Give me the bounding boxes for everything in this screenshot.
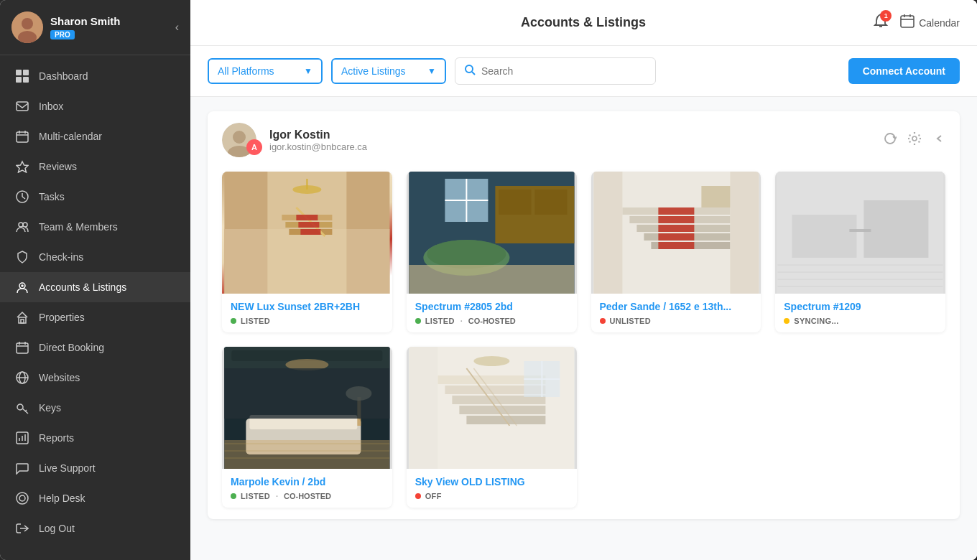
- account-email: igor.kostin@bnbcare.ca: [269, 141, 884, 152]
- svg-rect-3: [16, 70, 22, 75]
- listing-title: Sky View OLD LISTING: [415, 476, 568, 487]
- svg-rect-121: [409, 347, 437, 469]
- svg-rect-21: [21, 319, 24, 323]
- svg-point-47: [233, 131, 246, 144]
- logout-icon: [14, 521, 30, 536]
- sidebar-item-reviews[interactable]: Reviews: [0, 151, 190, 182]
- status-text: LISTED: [241, 492, 270, 500]
- live-support-icon: [14, 460, 30, 476]
- svg-point-16: [19, 223, 23, 227]
- collapse-account-button[interactable]: [932, 132, 945, 149]
- help-icon: [14, 490, 30, 506]
- sidebar-item-keys[interactable]: Keys: [0, 393, 190, 423]
- nav-items: Dashboard Inbox Multi-calendar: [0, 55, 190, 560]
- sidebar-item-websites[interactable]: Websites: [0, 363, 190, 393]
- status-text: UNLISTED: [610, 317, 651, 325]
- svg-point-17: [23, 223, 27, 227]
- listing-card[interactable]: Marpole Kevin / 2bd LISTED · CO-HOSTED: [222, 347, 392, 508]
- listing-status: LISTED · CO-HOSTED: [231, 492, 384, 500]
- listing-image: [591, 172, 761, 294]
- co-hosted-badge: CO-HOSTED: [284, 492, 331, 500]
- svg-rect-8: [17, 132, 28, 142]
- svg-point-68: [427, 240, 506, 269]
- status-text: LISTED: [425, 317, 455, 325]
- listing-card[interactable]: NEW Lux Sunset 2BR+2BH LISTED: [222, 172, 392, 332]
- sidebar-item-label: Keys: [39, 402, 61, 414]
- co-hosted-badge: CO-HOSTED: [468, 317, 516, 325]
- connect-account-button[interactable]: Connect Account: [848, 58, 960, 84]
- svg-rect-84: [658, 242, 694, 249]
- status-text: SYNCING...: [794, 317, 838, 325]
- svg-rect-5: [16, 77, 22, 83]
- sidebar-item-dashboard[interactable]: Dashboard: [0, 61, 190, 91]
- account-actions: [884, 132, 945, 149]
- sidebar-item-label: Check-ins: [39, 251, 83, 263]
- listing-image: [407, 347, 577, 469]
- svg-rect-4: [23, 70, 29, 75]
- sidebar-item-check-ins[interactable]: Check-ins: [0, 242, 190, 272]
- reports-icon: [14, 430, 30, 446]
- svg-rect-90: [792, 215, 857, 258]
- svg-rect-58: [298, 222, 319, 228]
- calendar-label: Calendar: [919, 17, 960, 29]
- account-name: Igor Kostin: [269, 129, 884, 141]
- svg-line-45: [472, 72, 475, 75]
- settings-button[interactable]: [908, 132, 921, 149]
- svg-point-120: [473, 356, 509, 366]
- sidebar-item-label: Help Desk: [39, 493, 85, 504]
- listing-status-filter[interactable]: Active Listings ▼: [331, 58, 446, 84]
- svg-point-49: [912, 136, 917, 141]
- listing-title: Spectrum #1209: [784, 301, 937, 312]
- sidebar-item-label: Reviews: [39, 161, 77, 172]
- svg-rect-72: [409, 265, 574, 294]
- search-icon: [464, 64, 476, 78]
- airbnb-badge: A: [246, 139, 262, 155]
- sidebar-item-multi-calendar[interactable]: Multi-calendar: [0, 121, 190, 151]
- sidebar-item-label: Properties: [39, 312, 85, 323]
- listing-card[interactable]: Sky View OLD LISTING OFF: [407, 347, 577, 508]
- sidebar-item-direct-booking[interactable]: Direct Booking: [0, 332, 190, 363]
- sidebar-item-inbox[interactable]: Inbox: [0, 91, 190, 121]
- sidebar-item-log-out[interactable]: Log Out: [0, 513, 190, 543]
- svg-rect-22: [17, 343, 28, 353]
- sidebar-item-live-support[interactable]: Live Support: [0, 453, 190, 483]
- listing-card[interactable]: Spectrum #2805 2bd LISTED · CO-HOSTED: [407, 172, 577, 332]
- sidebar-item-reports[interactable]: Reports: [0, 423, 190, 453]
- sidebar-collapse-icon[interactable]: ‹: [175, 21, 179, 34]
- team-icon: [14, 219, 30, 235]
- user-profile[interactable]: Sharon Smith PRO ‹: [0, 0, 190, 55]
- tasks-icon: [14, 189, 30, 205]
- platform-filter[interactable]: All Platforms ▼: [208, 58, 323, 84]
- svg-rect-65: [499, 190, 531, 215]
- listing-title: NEW Lux Sunset 2BR+2BH: [231, 301, 384, 312]
- sidebar-item-tasks[interactable]: Tasks: [0, 182, 190, 212]
- svg-rect-40: [901, 16, 914, 27]
- sidebar-item-properties[interactable]: Properties: [0, 302, 190, 332]
- svg-line-31: [25, 410, 27, 411]
- listing-card[interactable]: Peder Sande / 1652 e 13th... UNLISTED: [591, 172, 761, 332]
- sidebar-item-team-members[interactable]: Team & Members: [0, 212, 190, 242]
- calendar-icon: [14, 129, 30, 144]
- svg-rect-87: [701, 186, 730, 207]
- listing-status: LISTED · CO-HOSTED: [415, 317, 568, 325]
- notifications-button[interactable]: 1: [873, 13, 889, 33]
- sidebar-item-help-desk[interactable]: Help Desk: [0, 483, 190, 513]
- sidebar-item-accounts-listings[interactable]: Accounts & Listings: [0, 272, 190, 302]
- listing-image: [775, 172, 945, 294]
- listing-image: [407, 172, 577, 294]
- notification-count: 1: [880, 10, 892, 22]
- account-info: Igor Kostin igor.kostin@bnbcare.ca: [269, 129, 884, 152]
- keys-icon: [14, 400, 30, 416]
- svg-rect-20: [19, 317, 26, 323]
- refresh-button[interactable]: [884, 132, 897, 149]
- inbox-icon: [14, 98, 30, 114]
- svg-rect-7: [17, 102, 28, 111]
- listing-card[interactable]: Spectrum #1209 SYNCING...: [775, 172, 945, 332]
- user-badge: PRO: [50, 30, 75, 39]
- listing-info: Spectrum #2805 2bd LISTED · CO-HOSTED: [407, 294, 577, 332]
- calendar-button[interactable]: Calendar: [900, 14, 960, 32]
- svg-rect-85: [593, 172, 622, 294]
- avatar: [11, 11, 43, 43]
- status-indicator: [231, 318, 236, 324]
- search-input[interactable]: [481, 65, 647, 77]
